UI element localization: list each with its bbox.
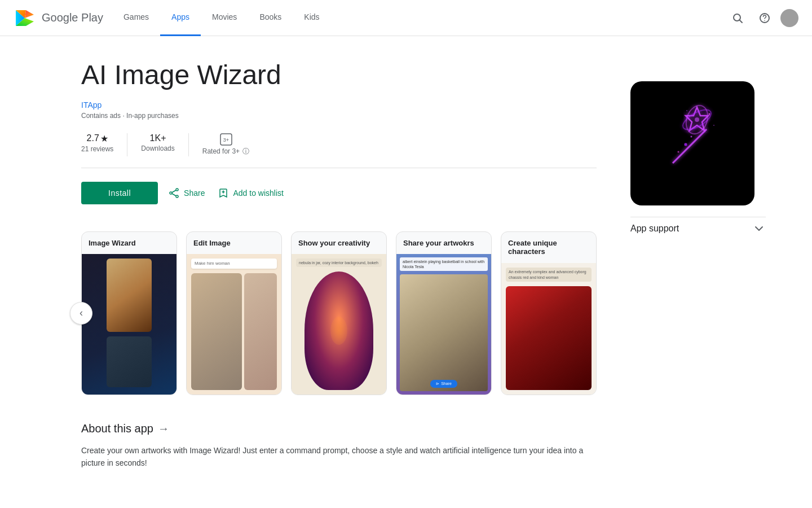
svg-point-0 bbox=[734, 14, 740, 21]
svg-point-12 bbox=[691, 136, 692, 138]
stat-downloads-value: 1K+ bbox=[141, 133, 174, 143]
mock-portrait-body bbox=[107, 336, 152, 387]
svg-point-9 bbox=[695, 117, 699, 122]
app-support-header[interactable]: App support bbox=[630, 217, 766, 240]
stat-rating-value: 2.7 ★ bbox=[81, 133, 113, 144]
main-nav: Games Apps Movies Books Kids bbox=[112, 0, 726, 36]
screenshot-5-mockup: An extremely complex and advanced cyborg… bbox=[501, 263, 596, 395]
mock-char-prompt: An extremely complex and advanced cyborg… bbox=[506, 268, 592, 282]
stat-age-rating: 3+ Rated for 3+ ⓘ bbox=[189, 133, 263, 156]
main-content: AI Image Wizard ITApp Contains ads · In-… bbox=[68, 36, 744, 505]
about-arrow[interactable]: → bbox=[158, 422, 169, 435]
stat-downloads: 1K+ Downloads bbox=[127, 133, 188, 156]
logo-icon bbox=[14, 7, 36, 29]
svg-point-5 bbox=[176, 189, 178, 191]
svg-point-18 bbox=[686, 110, 687, 111]
screenshot-2-body: Make him woman bbox=[187, 254, 281, 395]
developer-link[interactable]: ITApp bbox=[81, 100, 597, 110]
right-column: App support bbox=[630, 59, 766, 483]
logo-text: Google Play bbox=[42, 11, 103, 24]
screenshot-3-body: nebula in jar, cozy interior background,… bbox=[292, 254, 386, 395]
about-title: About this app bbox=[81, 422, 153, 435]
screenshot-3-header: Show your creativity bbox=[292, 232, 386, 254]
google-play-logo[interactable]: Google Play bbox=[14, 7, 103, 29]
stat-age-label: Rated for 3+ ⓘ bbox=[202, 147, 250, 156]
prev-screenshot-button[interactable]: ‹ bbox=[70, 302, 92, 325]
screenshot-5-header: Create unique characters bbox=[501, 232, 596, 263]
screenshot-1-mockup bbox=[82, 254, 176, 395]
svg-point-13 bbox=[678, 151, 679, 153]
star-icon: ★ bbox=[100, 133, 108, 144]
search-button[interactable] bbox=[726, 7, 749, 29]
stats-row: 2.7 ★ 21 reviews 1K+ Downloads 3+ Rated … bbox=[81, 133, 597, 168]
screenshot-2-mockup: Make him woman bbox=[187, 254, 281, 395]
help-button[interactable] bbox=[753, 7, 776, 29]
screenshot-4-header: Share your artwokrs bbox=[396, 232, 491, 255]
screenshot-4: Share your artwokrs albert einstein play… bbox=[396, 231, 492, 395]
app-support-title: App support bbox=[630, 224, 679, 234]
mock-input: Make him woman bbox=[191, 259, 277, 269]
user-avatar[interactable] bbox=[780, 9, 798, 27]
app-title: AI Image Wizard bbox=[81, 59, 597, 91]
mock-portrait-face bbox=[107, 259, 152, 332]
svg-line-10 bbox=[673, 129, 707, 163]
screenshot-3: Show your creativity nebula in jar, cozy… bbox=[291, 231, 387, 395]
header: Google Play Games Apps Movies Books Kids bbox=[0, 0, 812, 36]
mock-woman-photo bbox=[244, 273, 277, 390]
mock-man-photo bbox=[191, 273, 242, 390]
stat-age-value: 3+ bbox=[202, 133, 250, 146]
about-section: About this app → Create your own artwork… bbox=[81, 422, 597, 470]
nav-item-kids[interactable]: Kids bbox=[293, 0, 330, 36]
age-rating-icon: 3+ bbox=[220, 133, 232, 146]
screenshot-4-mockup: albert einstein playing basketball in sc… bbox=[396, 254, 491, 394]
app-support: App support bbox=[630, 217, 766, 240]
svg-point-11 bbox=[685, 143, 687, 146]
stat-rating: 2.7 ★ 21 reviews bbox=[81, 133, 127, 156]
wishlist-button[interactable]: Add to wishlist bbox=[216, 183, 285, 203]
screenshot-4-body: albert einstein playing basketball in sc… bbox=[396, 254, 491, 394]
app-meta: Contains ads · In-app purchases bbox=[81, 112, 597, 120]
svg-point-17 bbox=[713, 125, 714, 126]
screenshot-5: Create unique characters An extremely co… bbox=[501, 231, 597, 395]
stat-rating-label: 21 reviews bbox=[81, 145, 113, 153]
share-button[interactable]: Share bbox=[167, 183, 207, 203]
mock-einstein: ⊳Share bbox=[400, 274, 488, 391]
screenshot-2: Edit Image Make him woman bbox=[186, 231, 282, 395]
screenshot-1-body bbox=[82, 254, 176, 395]
wishlist-label: Add to wishlist bbox=[233, 189, 283, 198]
mock-share-prompt: albert einstein playing basketball in sc… bbox=[400, 257, 488, 271]
screenshots-section: ‹ Image Wizard Edit Image bbox=[81, 227, 597, 400]
about-header: About this app → bbox=[81, 422, 597, 435]
wishlist-icon bbox=[218, 188, 228, 198]
nav-item-movies[interactable]: Movies bbox=[201, 0, 248, 36]
stat-downloads-label: Downloads bbox=[141, 144, 174, 152]
nav-item-apps[interactable]: Apps bbox=[160, 0, 201, 36]
svg-point-6 bbox=[176, 195, 178, 198]
expand-icon bbox=[752, 222, 766, 235]
svg-text:3+: 3+ bbox=[223, 137, 228, 143]
mock-prompt: nebula in jar, cozy interior background,… bbox=[296, 259, 382, 268]
nav-item-books[interactable]: Books bbox=[248, 0, 293, 36]
app-details: AI Image Wizard ITApp Contains ads · In-… bbox=[81, 59, 597, 483]
help-icon bbox=[759, 12, 770, 24]
age-info-icon[interactable]: ⓘ bbox=[242, 147, 249, 155]
nav-item-games[interactable]: Games bbox=[112, 0, 160, 36]
share-icon bbox=[169, 188, 179, 198]
mock-robot-woman bbox=[506, 286, 592, 389]
header-actions bbox=[726, 7, 798, 29]
screenshots-scroll: Image Wizard Edit Image Make him woman bbox=[81, 227, 597, 400]
svg-point-16 bbox=[709, 113, 710, 115]
screenshot-1-header: Image Wizard bbox=[82, 232, 176, 254]
mock-images bbox=[191, 273, 277, 390]
share-label: Share bbox=[184, 189, 205, 198]
svg-point-7 bbox=[170, 192, 172, 194]
screenshot-3-mockup: nebula in jar, cozy interior background,… bbox=[292, 254, 386, 395]
svg-point-2 bbox=[764, 20, 765, 21]
screenshot-1: Image Wizard bbox=[81, 231, 177, 395]
screenshot-5-body: An extremely complex and advanced cyborg… bbox=[501, 263, 596, 395]
actions-row: Install Share Add to wishlist bbox=[81, 182, 597, 204]
mock-share-btn: ⊳Share bbox=[430, 380, 457, 388]
search-icon bbox=[732, 12, 743, 24]
install-button[interactable]: Install bbox=[81, 182, 158, 204]
app-icon bbox=[630, 81, 754, 205]
